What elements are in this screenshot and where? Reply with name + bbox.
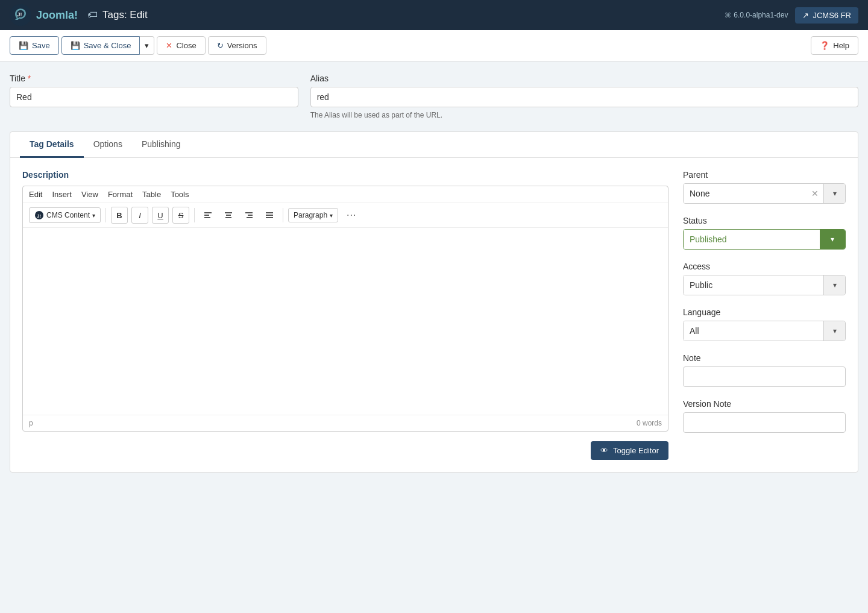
more-options-button[interactable]: ··· [342,207,361,223]
save-dropdown-button[interactable]: ▾ [140,36,154,55]
svg-rect-15 [266,217,273,218]
underline-button[interactable]: U [152,207,169,224]
editor-menu-format[interactable]: Format [108,190,133,199]
editor-menu-table[interactable]: Table [142,190,161,199]
tab-main: Description Edit Insert View Format Tabl… [22,170,668,460]
tabs-container: Tag Details Options Publishing Descripti… [10,131,858,473]
editor-menubar: Edit Insert View Format Table Tools [23,186,668,203]
strikethrough-button[interactable]: S [172,207,189,224]
chevron-down-icon: ▾ [145,41,149,50]
version-note-label: Version Note [683,399,846,409]
topbar-left: J! Joomla! 🏷 Tags: Edit [10,4,148,26]
form-row-title-alias: Title * Alias The Alias will be used as … [10,74,858,119]
version-note-input[interactable] [683,412,846,433]
align-left-button[interactable] [200,207,216,224]
access-field: Access Public ▾ [683,262,846,295]
svg-rect-13 [266,212,273,213]
save-button[interactable]: 💾 Save [10,36,59,55]
editor-menu-tools[interactable]: Tools [171,190,189,199]
status-field: Status Published ▾ [683,216,846,250]
svg-rect-10 [245,212,253,213]
access-dropdown-arrow[interactable]: ▾ [823,275,845,295]
joomla-text: Joomla! [36,9,78,22]
note-field: Note [683,353,846,387]
svg-rect-14 [266,215,273,216]
svg-text:J!: J! [37,213,41,219]
status-select[interactable]: Published ▾ [683,229,846,250]
editor-toolbar: J! CMS Content ▾ B I U S [23,203,668,228]
svg-rect-6 [204,217,210,218]
help-button[interactable]: ❓ Help [811,36,858,55]
editor-menu-insert[interactable]: Insert [52,190,72,199]
alias-hint: The Alias will be used as part of the UR… [310,111,858,119]
toolbar-divider-2 [194,208,195,222]
joomla-logo-icon: J! [10,4,31,26]
tab-publishing[interactable]: Publishing [132,132,190,158]
joomla-small-icon: J! [34,210,44,220]
italic-button[interactable]: I [131,207,148,224]
tab-options[interactable]: Options [84,132,132,158]
toolbar-divider-1 [105,208,106,222]
svg-rect-8 [226,215,231,216]
save-close-icon: 💾 [71,41,80,50]
svg-rect-12 [247,217,253,218]
align-justify-button[interactable] [261,207,278,224]
editor-menu-view[interactable]: View [81,190,98,199]
title-label: Title * [10,74,298,83]
parent-select[interactable]: None ✕ ▾ [683,183,846,204]
parent-field: Parent None ✕ ▾ [683,170,846,204]
note-input[interactable] [683,366,846,387]
status-value: Published [684,230,820,249]
toggle-editor-button[interactable]: 👁 Toggle Editor [591,441,668,460]
align-right-button[interactable] [241,207,257,224]
required-marker: * [28,74,31,83]
editor-menu-edit[interactable]: Edit [29,190,42,199]
align-center-button[interactable] [220,207,237,224]
access-value: Public [684,275,823,295]
language-value: All [684,321,823,341]
tab-sidebar: Parent None ✕ ▾ Status Published ▾ [683,170,846,460]
parent-dropdown-arrow[interactable]: ▾ [823,184,845,203]
topbar-right: ⌘ 6.0.0-alpha1-dev ↗ JCMS6 FR [725,7,858,24]
paragraph-select[interactable]: Paragraph ▾ [288,208,338,222]
toolbar: 💾 Save 💾 Save & Close ▾ ✕ Close ↻ Versio… [0,30,868,61]
svg-rect-11 [248,215,253,216]
svg-rect-9 [225,217,231,218]
joomla-logo: J! Joomla! [10,4,78,26]
versions-button[interactable]: ↻ Versions [208,36,266,55]
align-right-icon [244,210,254,220]
bold-button[interactable]: B [111,207,128,224]
alias-label: Alias [310,74,858,83]
tab-tag-details[interactable]: Tag Details [20,132,84,158]
versions-icon: ↻ [217,41,224,50]
title-group: Title * [10,74,298,107]
status-dropdown-arrow[interactable]: ▾ [820,230,845,249]
parent-clear-button[interactable]: ✕ [807,184,823,203]
cms-chevron-icon: ▾ [92,212,95,219]
eye-icon: 👁 [600,446,608,455]
toolbar-left: 💾 Save 💾 Save & Close ▾ ✕ Close ↻ Versio… [10,36,266,55]
access-select[interactable]: Public ▾ [683,275,846,295]
tab-content: Description Edit Insert View Format Tabl… [10,158,858,472]
language-field: Language All ▾ [683,307,846,341]
language-select[interactable]: All ▾ [683,321,846,341]
title-input[interactable] [10,87,298,107]
close-button[interactable]: ✕ Close [157,36,205,55]
user-button[interactable]: ↗ JCMS6 FR [795,7,858,24]
language-label: Language [683,307,846,317]
language-dropdown-arrow[interactable]: ▾ [823,321,845,341]
keyboard-icon: ⌘ [725,11,731,19]
alias-input[interactable] [310,87,858,107]
align-justify-icon [265,210,274,220]
save-icon: 💾 [19,41,28,50]
editor-element-indicator: p [29,419,33,427]
editor-body[interactable] [23,228,668,415]
cms-content-button[interactable]: J! CMS Content ▾ [29,207,101,223]
save-close-button[interactable]: 💾 Save & Close [61,36,140,55]
align-left-icon [203,210,213,220]
editor-footer: p 0 words [23,415,668,431]
description-title: Description [22,170,668,180]
version-note-field: Version Note [683,399,846,433]
svg-rect-5 [204,215,209,216]
help-icon: ❓ [820,41,829,50]
